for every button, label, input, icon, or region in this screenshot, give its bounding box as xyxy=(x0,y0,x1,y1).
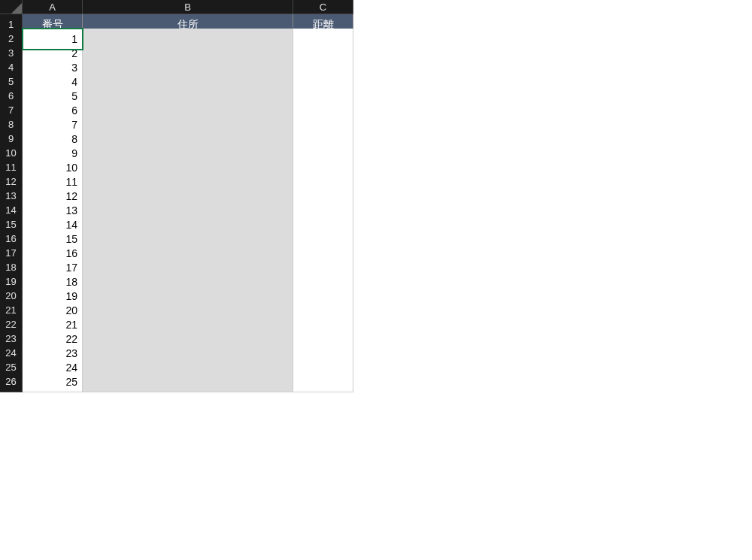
col-header-A[interactable]: A xyxy=(23,0,83,14)
spreadsheet-grid: A B C 1 番号 住所 距離 21324354657687981091110… xyxy=(0,0,752,386)
cell-B26[interactable] xyxy=(83,371,293,392)
col-header-B[interactable]: B xyxy=(83,0,293,14)
select-all-corner[interactable] xyxy=(0,0,23,14)
row-header-26[interactable]: 26 xyxy=(0,371,23,392)
cell-A26[interactable]: 25 xyxy=(23,371,83,392)
col-header-C[interactable]: C xyxy=(293,0,353,14)
cell-A2[interactable]: 1 xyxy=(23,29,83,50)
svg-marker-0 xyxy=(11,3,22,14)
cell-C26[interactable] xyxy=(293,371,353,392)
